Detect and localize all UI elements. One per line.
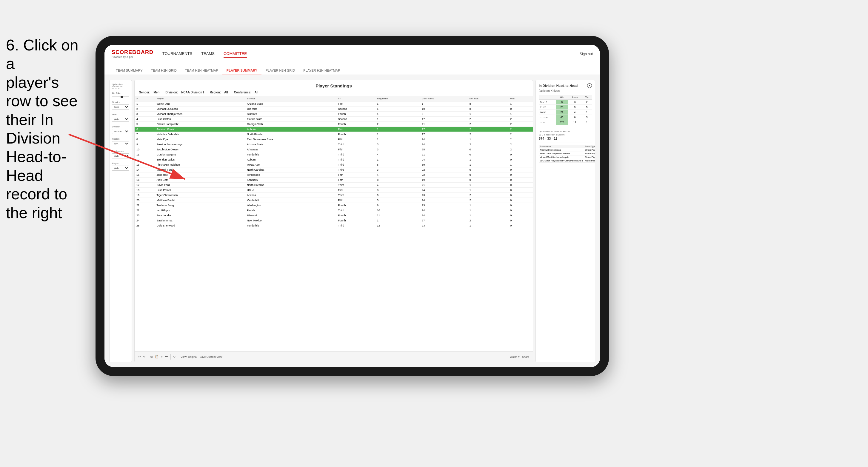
subnav-team-h2h-heatmap[interactable]: TEAM H2H HEATMAP bbox=[181, 66, 222, 74]
h2h-header: In Division Head-to-Head × bbox=[539, 83, 592, 88]
nav-items: TOURNAMENTS TEAMS COMMITTEE bbox=[162, 50, 580, 58]
copy-icon[interactable]: ⧉ bbox=[150, 355, 153, 359]
no-rds-slider[interactable] bbox=[112, 96, 129, 97]
sub-nav: TEAM SUMMARY TEAM H2H GRID TEAM H2H HEAT… bbox=[104, 63, 600, 75]
nav-teams[interactable]: TEAMS bbox=[201, 50, 215, 58]
h2h-player-name: Jackson Koivun bbox=[539, 89, 592, 93]
h2h-panel: In Division Head-to-Head × Jackson Koivu… bbox=[535, 80, 595, 362]
conference-select[interactable]: (All) bbox=[112, 153, 129, 158]
conference-filter: Conference (All) bbox=[112, 150, 129, 158]
h2h-opponents-label: Opponents in division: 98.1% bbox=[539, 130, 592, 133]
logo-subtitle: Powered by clippi bbox=[112, 56, 153, 59]
standings-table: # Player School Yr Reg Rank Conf Rank No… bbox=[135, 96, 533, 351]
table-row[interactable]: 22 Ian Gilligan Florida Third 10 24 1 0 bbox=[135, 208, 533, 213]
nav-committee[interactable]: COMMITTEE bbox=[223, 50, 247, 58]
col-num: # bbox=[135, 96, 155, 101]
table-row[interactable]: 10 Jacob Mou-Olesen Arkansas Fifth 3 25 … bbox=[135, 147, 533, 152]
more-icon[interactable]: ••• bbox=[165, 355, 168, 359]
table-row[interactable]: 12 Brendan Valles Auburn Third 1 24 1 0 bbox=[135, 157, 533, 162]
view-original-button[interactable]: View: Original bbox=[181, 355, 197, 359]
tourney-row: SEC Match Play hosted by Jerry Pate Roun… bbox=[539, 159, 595, 163]
table-row[interactable]: 13 Phichaksn Maichon Texas A&M Third 6 3… bbox=[135, 162, 533, 167]
sign-out-button[interactable]: Sign out bbox=[580, 52, 593, 56]
gender-display: Gender: Men bbox=[139, 91, 159, 94]
col-win: Win bbox=[508, 96, 533, 101]
refresh-icon[interactable]: ↻ bbox=[173, 355, 176, 359]
table-row[interactable]: 18 Luke Powell UCLA First 3 24 1 0 bbox=[135, 188, 533, 193]
table-row[interactable]: 1 Wenyi Ding Arizona State First 1 1 8 1 bbox=[135, 101, 533, 106]
col-reg-rank: Reg Rank bbox=[375, 96, 420, 101]
standings-title: Player Standings bbox=[139, 83, 529, 88]
subnav-team-summary[interactable]: TEAM SUMMARY bbox=[112, 66, 147, 74]
no-rds-filter: No Rds. bbox=[112, 92, 129, 97]
col-yr: Yr bbox=[336, 96, 375, 101]
top-nav: SCOREBOARD Powered by clippi TOURNAMENTS… bbox=[104, 45, 600, 63]
table-row[interactable]: 16 Alex Goff Kentucky Fifth 8 19 0 0 bbox=[135, 178, 533, 183]
year-filter: Year (All) bbox=[112, 113, 129, 122]
table-row[interactable]: 14 Maxwell Ford North Carolina Third 3 2… bbox=[135, 167, 533, 173]
logo-title: SCOREBOARD bbox=[112, 49, 153, 56]
h2h-record-value: 674 - 33 - 12 bbox=[539, 137, 592, 140]
h2h-header-row: Win Loss Tie bbox=[539, 95, 592, 100]
player-filter: Player (All) bbox=[112, 162, 129, 171]
paste-icon[interactable]: 📋 bbox=[155, 355, 158, 359]
standings-header: Player Standings Gender: Men Division: N… bbox=[135, 80, 533, 96]
main-content: Update time: 27/03/2024 16:56:26 No Rds.… bbox=[104, 75, 600, 367]
col-player: Player bbox=[155, 96, 245, 101]
table-row[interactable]: 24 Bastian Amat New Mexico Fourth 1 27 2… bbox=[135, 218, 533, 223]
table-row[interactable]: 17 David Ford North Carolina Third 4 21 … bbox=[135, 183, 533, 188]
division-filter: Division NCAA Division I bbox=[112, 125, 129, 134]
table-row[interactable]: 21 Taehoon Song Washington Fourth 6 23 1… bbox=[135, 203, 533, 208]
tourney-row: Fallen Oak Collegiate Invitational Strok… bbox=[539, 152, 595, 155]
redo-icon[interactable]: ↪ bbox=[143, 355, 145, 359]
h2h-row: 51-100 46 6 3 bbox=[539, 115, 592, 120]
subnav-player-h2h-grid[interactable]: PLAYER H2H GRID bbox=[261, 66, 299, 74]
division-select[interactable]: NCAA Division I bbox=[112, 129, 129, 134]
watch-button[interactable]: Watch ▾ bbox=[510, 355, 520, 359]
h2h-close-button[interactable]: × bbox=[587, 83, 592, 88]
tablet-screen: SCOREBOARD Powered by clippi TOURNAMENTS… bbox=[104, 45, 600, 367]
table-row[interactable]: 20 Matthew Riedel Vanderbilt Fifth 3 24 … bbox=[135, 198, 533, 203]
h2h-row: >100 578 11 1 bbox=[539, 120, 592, 125]
table-row[interactable]: 25 Cole Sherwood Vanderbilt Third 12 23 … bbox=[135, 223, 533, 228]
col-school: School bbox=[245, 96, 336, 101]
share-button[interactable]: Share bbox=[522, 355, 529, 359]
nav-tournaments[interactable]: TOURNAMENTS bbox=[162, 50, 192, 58]
update-time: Update time: 27/03/2024 16:56:26 bbox=[112, 83, 129, 90]
table-row[interactable]: 23 Jack Lundin Missouri Fourth 11 24 1 0 bbox=[135, 213, 533, 218]
table-row[interactable]: 19 Tiger Christensen Arizona Third 8 23 … bbox=[135, 193, 533, 198]
table-row[interactable]: 7 Nicholas Gabrelick North Florida Fourt… bbox=[135, 132, 533, 137]
table-row[interactable]: 3 Michael Thorbjornsen Stanford Fourth 1… bbox=[135, 112, 533, 117]
table-row[interactable]: 5 Christo Lamprecht Georgia Tech Fourth … bbox=[135, 122, 533, 127]
table-row[interactable]: 6 Jackson Koivun Auburn First 1 17 2 2 bbox=[135, 127, 533, 132]
subnav-team-h2h-grid[interactable]: TEAM H2H GRID bbox=[147, 66, 181, 74]
h2h-row: Top 10 8 3 2 bbox=[539, 100, 592, 105]
subnav-player-h2h-heatmap[interactable]: PLAYER H2H HEATMAP bbox=[299, 66, 344, 74]
table-row[interactable]: 11 Gordon Sargent Vanderbilt Third 4 21 … bbox=[135, 152, 533, 157]
gender-select[interactable]: Men bbox=[112, 104, 129, 110]
save-custom-button[interactable]: Save Custom View bbox=[200, 355, 222, 359]
tourney-row: Mirabel Maui Jim Intercollegiate Stroke … bbox=[539, 155, 595, 159]
logo-area: SCOREBOARD Powered by clippi bbox=[112, 49, 153, 59]
undo-icon[interactable]: ↩ bbox=[138, 355, 141, 359]
table-row[interactable]: 4 Luke Claton Florida State Second 1 17 … bbox=[135, 117, 533, 122]
table-row[interactable]: 9 Preston Summerhays Arizona State Third… bbox=[135, 142, 533, 147]
player-select[interactable]: (All) bbox=[112, 166, 129, 171]
col-conf-rank: Conf Rank bbox=[420, 96, 468, 101]
toolbar-sep-2 bbox=[170, 354, 171, 360]
subnav-player-summary[interactable]: PLAYER SUMMARY bbox=[222, 66, 261, 75]
region-select[interactable]: N/A bbox=[112, 141, 129, 146]
standings-panel: Player Standings Gender: Men Division: N… bbox=[134, 80, 533, 362]
table-header-row: # Player School Yr Reg Rank Conf Rank No… bbox=[135, 96, 533, 101]
region-filter: Region N/A bbox=[112, 137, 129, 146]
tourney-row: Amer Ari Intercollegiate Stroke Play 4 -… bbox=[539, 148, 595, 152]
year-select[interactable]: (All) bbox=[112, 117, 129, 122]
gender-filter: Gender Men bbox=[112, 101, 129, 110]
table-row[interactable]: 8 Mats Ege East Tennessee State Fifth 1 … bbox=[135, 137, 533, 142]
table-row[interactable]: 15 Jake Hall Tennessee Fifth 4 22 0 0 bbox=[135, 173, 533, 178]
col-no-rds: No. Rds. bbox=[468, 96, 508, 101]
table-row[interactable]: 2 Michael La Sasso Ole Miss Second 1 10 … bbox=[135, 106, 533, 112]
h2h-row: 11-25 20 9 5 bbox=[539, 105, 592, 110]
add-icon[interactable]: + bbox=[161, 355, 163, 359]
conference-display: Conference: All bbox=[234, 91, 258, 94]
